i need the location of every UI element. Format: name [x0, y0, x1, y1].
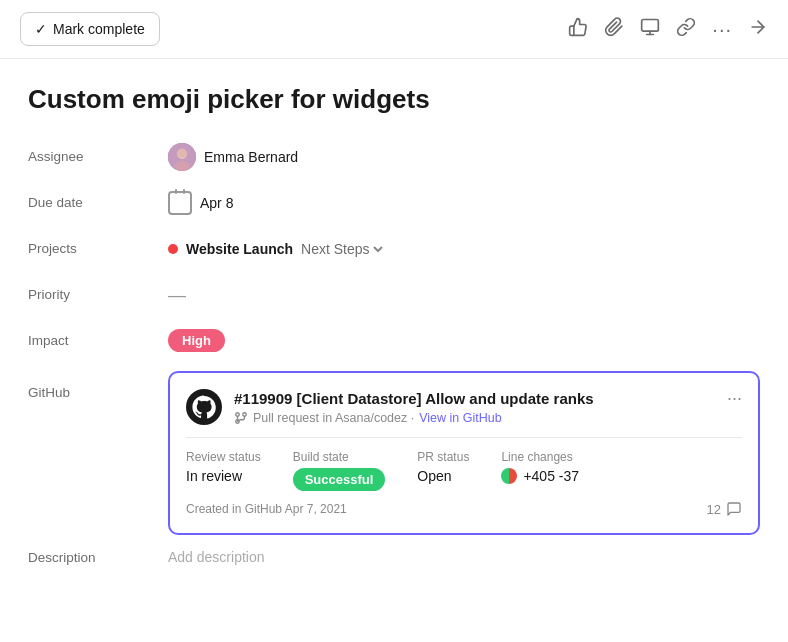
paperclip-icon[interactable]	[604, 17, 624, 42]
review-status-col: Review status In review	[186, 450, 261, 484]
github-label: GitHub	[28, 371, 168, 536]
priority-value[interactable]: —	[168, 286, 186, 304]
svg-point-7	[178, 148, 187, 157]
due-date: Apr 8	[200, 195, 233, 211]
view-in-github-link[interactable]: View in GitHub	[419, 411, 501, 425]
toolbar: ✓ Mark complete ··	[0, 0, 788, 59]
svg-point-10	[243, 413, 247, 417]
svg-rect-0	[642, 19, 659, 31]
pr-status-col: PR status Open	[417, 450, 469, 484]
impact-label: Impact	[28, 333, 168, 348]
comment-count: 12	[707, 502, 721, 517]
priority-row: Priority —	[28, 279, 760, 311]
github-card-left: #119909 [Client Datastore] Allow and upd…	[186, 389, 594, 426]
build-state-label: Build state	[293, 450, 386, 464]
pr-status-value: Open	[417, 468, 469, 484]
github-logo-icon	[186, 389, 222, 425]
github-stats: Review status In review Build state Succ…	[186, 450, 742, 491]
check-icon: ✓	[35, 21, 47, 37]
mark-complete-label: Mark complete	[53, 21, 145, 37]
github-created-at: Created in GitHub Apr 7, 2021	[186, 502, 347, 516]
impact-value[interactable]: High	[168, 329, 225, 352]
github-pr-subtitle: Pull request in Asana/codez · View in Gi…	[234, 411, 594, 425]
github-more-button[interactable]: ···	[727, 389, 742, 407]
expand-icon[interactable]	[748, 17, 768, 42]
review-status-value: In review	[186, 468, 261, 484]
github-divider	[186, 437, 742, 438]
high-badge: High	[168, 329, 225, 352]
priority-dash: —	[168, 286, 186, 304]
chevron-down-icon	[372, 243, 384, 255]
assignee-value[interactable]: Emma Bernard	[168, 143, 298, 171]
description-input[interactable]: Add description	[168, 549, 265, 565]
comment-icon	[726, 501, 742, 517]
assignee-row: Assignee Emma Bernard	[28, 141, 760, 173]
changes-pie-chart	[501, 468, 517, 484]
impact-row: Impact High	[28, 325, 760, 357]
github-card: #119909 [Client Datastore] Allow and upd…	[168, 371, 760, 536]
github-comment-count: 12	[707, 501, 742, 517]
calendar-icon	[168, 191, 192, 215]
due-date-row: Due date Apr 8	[28, 187, 760, 219]
github-pr-title: #119909 [Client Datastore] Allow and upd…	[234, 389, 594, 409]
svg-point-8	[186, 389, 222, 425]
due-date-value[interactable]: Apr 8	[168, 191, 233, 215]
project-name[interactable]: Website Launch	[186, 241, 293, 257]
main-content: Custom emoji picker for widgets Assignee…	[0, 59, 788, 589]
build-state-col: Build state Successful	[293, 450, 386, 491]
due-date-label: Due date	[28, 195, 168, 210]
line-changes-numbers: +405 -37	[523, 468, 579, 484]
toolbar-icons: ···	[568, 17, 768, 42]
github-section: GitHub #119909 [Client Datastore] Allow …	[28, 371, 760, 536]
github-card-header: #119909 [Client Datastore] Allow and upd…	[186, 389, 742, 426]
build-state-value: Successful	[293, 468, 386, 491]
pull-request-icon	[234, 411, 248, 425]
avatar	[168, 143, 196, 171]
priority-label: Priority	[28, 287, 168, 302]
projects-value: Website Launch Next Steps	[168, 241, 384, 257]
screenshot-icon[interactable]	[640, 17, 660, 42]
projects-label: Projects	[28, 241, 168, 256]
description-label: Description	[28, 550, 168, 565]
avatar-svg	[168, 143, 196, 171]
review-status-label: Review status	[186, 450, 261, 464]
link-icon[interactable]	[676, 17, 696, 42]
github-footer: Created in GitHub Apr 7, 2021 12	[186, 501, 742, 517]
assignee-name: Emma Bernard	[204, 149, 298, 165]
pr-status-label: PR status	[417, 450, 469, 464]
description-row: Description Add description	[28, 549, 760, 565]
mark-complete-button[interactable]: ✓ Mark complete	[20, 12, 160, 46]
assignee-label: Assignee	[28, 149, 168, 164]
projects-row: Projects Website Launch Next Steps	[28, 233, 760, 265]
line-changes-label: Line changes	[501, 450, 579, 464]
line-changes-col: Line changes +405 -37	[501, 450, 579, 484]
svg-point-9	[236, 413, 240, 417]
svg-point-6	[174, 161, 190, 171]
line-changes-value: +405 -37	[501, 468, 579, 484]
project-dot	[168, 244, 178, 254]
more-icon[interactable]: ···	[712, 18, 732, 41]
github-pr-info: #119909 [Client Datastore] Allow and upd…	[234, 389, 594, 426]
thumbs-up-icon[interactable]	[568, 17, 588, 42]
next-steps-dropdown[interactable]: Next Steps	[301, 241, 383, 257]
task-title: Custom emoji picker for widgets	[28, 83, 760, 117]
